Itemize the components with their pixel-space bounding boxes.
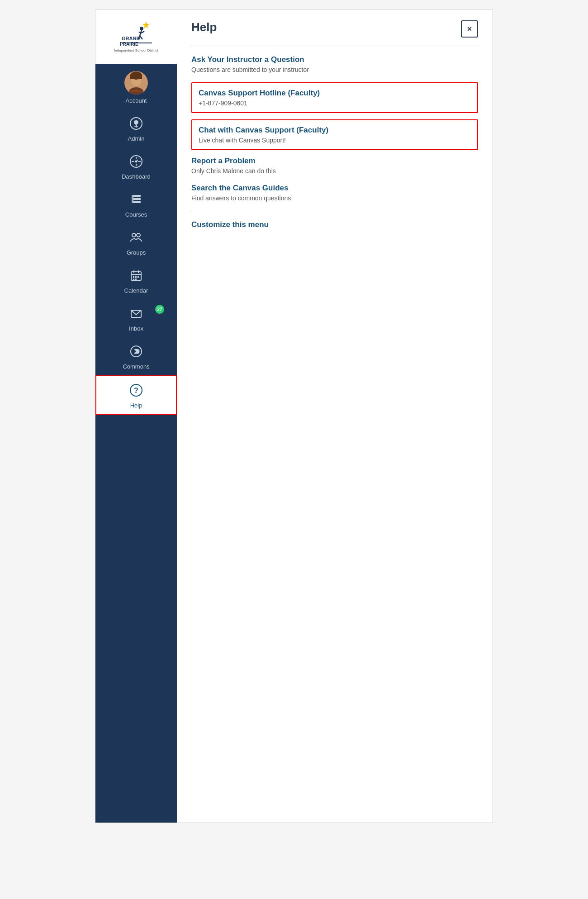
admin-icon: [129, 117, 143, 133]
svg-text:?: ?: [134, 387, 138, 394]
sidebar-item-account-label: Account: [126, 97, 147, 104]
inbox-badge: 27: [155, 305, 164, 314]
ask-instructor-link[interactable]: Ask Your Instructor a Question: [191, 55, 478, 64]
help-section-ask-instructor: Ask Your Instructor a Question Questions…: [191, 55, 478, 73]
help-card-chat: Chat with Canvas Support (Faculty) Live …: [191, 119, 478, 150]
sidebar-item-admin-label: Admin: [128, 135, 145, 142]
guides-link[interactable]: Search the Canvas Guides: [191, 184, 478, 193]
sidebar-item-admin[interactable]: Admin: [95, 109, 177, 147]
sidebar-item-inbox-label: Inbox: [129, 325, 143, 332]
logo-figure: GRAND PRAIRIE: [118, 20, 154, 47]
help-section-report: Report a Problem Only Chris Malone can d…: [191, 156, 478, 175]
report-link[interactable]: Report a Problem: [191, 156, 478, 166]
svg-marker-0: [142, 21, 150, 28]
logo-subtitle: Independent School District: [114, 48, 158, 53]
svg-rect-38: [133, 279, 134, 280]
svg-text:PRAIRIE: PRAIRIE: [120, 42, 138, 47]
svg-rect-28: [132, 195, 133, 203]
sidebar: GRAND PRAIRIE Independent School Distric…: [95, 9, 177, 823]
sidebar-nav: Account Admin: [95, 64, 177, 816]
sidebar-item-help-label: Help: [130, 402, 142, 409]
svg-line-24: [137, 160, 138, 161]
hotline-link[interactable]: Canvas Support Hotline (Faculty): [199, 89, 471, 98]
sidebar-logo: GRAND PRAIRIE Independent School Distric…: [95, 9, 177, 64]
sidebar-item-commons[interactable]: Commons: [95, 337, 177, 375]
svg-rect-39: [135, 279, 137, 280]
courses-icon: [129, 193, 143, 209]
sidebar-item-calendar-label: Calendar: [124, 287, 148, 294]
customize-link[interactable]: Customize this menu: [191, 220, 478, 229]
chat-desc: Live chat with Canvas Support!: [199, 137, 471, 144]
sidebar-item-help[interactable]: ? Help: [95, 375, 177, 415]
svg-text:GRAND: GRAND: [122, 36, 140, 41]
sidebar-item-groups[interactable]: Groups: [95, 223, 177, 261]
sidebar-item-dashboard[interactable]: Dashboard: [95, 147, 177, 185]
app-container: GRAND PRAIRIE Independent School Distric…: [95, 9, 493, 823]
sidebar-item-account[interactable]: Account: [95, 64, 177, 109]
close-button[interactable]: ×: [461, 20, 478, 38]
sidebar-item-groups-label: Groups: [127, 249, 146, 256]
footer-divider: [191, 211, 478, 211]
logo-box: GRAND PRAIRIE Independent School Distric…: [114, 20, 158, 53]
help-panel: Help × Ask Your Instructor a Question Qu…: [177, 9, 493, 823]
calendar-icon: [129, 269, 143, 285]
hotline-desc: +1-877-909-0601: [199, 99, 471, 107]
svg-line-4: [140, 36, 142, 39]
svg-point-30: [137, 233, 140, 237]
sidebar-item-calendar[interactable]: Calendar: [95, 261, 177, 299]
ask-instructor-desc: Questions are submitted to your instruct…: [191, 66, 478, 73]
header-divider: [191, 46, 478, 46]
sidebar-bottom-bar: [95, 816, 177, 823]
svg-rect-35: [133, 276, 134, 278]
svg-point-29: [132, 233, 136, 237]
commons-icon: [129, 345, 143, 361]
help-title: Help: [191, 20, 217, 34]
svg-rect-36: [135, 276, 137, 278]
avatar: [124, 71, 148, 95]
help-card-hotline: Canvas Support Hotline (Faculty) +1-877-…: [191, 82, 478, 113]
sidebar-item-commons-label: Commons: [123, 363, 149, 370]
svg-rect-13: [130, 75, 142, 79]
svg-line-6: [142, 31, 144, 33]
help-header: Help ×: [191, 20, 478, 38]
report-desc: Only Chris Malone can do this: [191, 167, 478, 175]
sidebar-item-inbox[interactable]: 27 Inbox: [95, 299, 177, 337]
chat-link[interactable]: Chat with Canvas Support (Faculty): [199, 126, 471, 135]
inbox-icon: [129, 307, 143, 323]
sidebar-item-courses[interactable]: Courses: [95, 185, 177, 223]
groups-icon: [129, 231, 143, 247]
dashboard-icon: [129, 155, 143, 171]
help-icon: ?: [129, 383, 143, 400]
svg-rect-37: [138, 276, 139, 278]
guides-desc: Find answers to common questions: [191, 194, 478, 202]
svg-point-1: [140, 27, 143, 30]
help-section-guides: Search the Canvas Guides Find answers to…: [191, 184, 478, 202]
sidebar-item-dashboard-label: Dashboard: [122, 173, 151, 180]
sidebar-item-courses-label: Courses: [125, 211, 147, 218]
